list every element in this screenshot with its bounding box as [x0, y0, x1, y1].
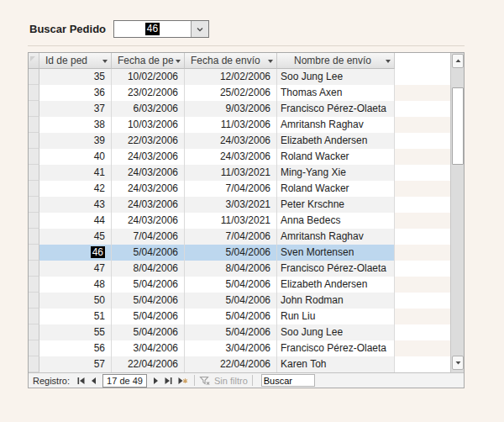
cell-nombre-envio[interactable]: Anna Bedecs: [277, 213, 395, 229]
cell-id[interactable]: 41: [39, 165, 112, 181]
cell-nombre-envio[interactable]: Sven Mortensen: [277, 245, 395, 261]
cell-fecha-envio[interactable]: 12/02/2006: [185, 69, 277, 85]
sort-dropdown-icon[interactable]: [102, 60, 108, 63]
new-record-button[interactable]: [175, 375, 190, 387]
sort-dropdown-icon[interactable]: [386, 60, 391, 63]
cell-fecha-envio[interactable]: 5/04/2006: [185, 309, 277, 324]
cell-id[interactable]: 36: [39, 85, 112, 101]
combo-dropdown-button[interactable]: [191, 21, 208, 37]
cell-fecha-envio[interactable]: 11/03/2021: [185, 165, 277, 181]
row-selector[interactable]: [29, 309, 39, 324]
first-record-button[interactable]: [75, 375, 87, 387]
cell-fecha-envio[interactable]: 9/03/2006: [185, 101, 277, 117]
next-record-button[interactable]: [150, 375, 162, 387]
row-selector[interactable]: [29, 293, 39, 309]
cell-id[interactable]: 46: [39, 245, 112, 261]
cell-fecha-pedido[interactable]: 5/04/2006: [112, 293, 185, 309]
cell-nombre-envio[interactable]: Francisco Pérez-Olaeta: [277, 261, 395, 277]
cell-fecha-envio[interactable]: 5/04/2006: [185, 277, 277, 293]
select-all-corner[interactable]: [29, 53, 39, 69]
cell-nombre-envio[interactable]: Run Liu: [277, 309, 395, 324]
cell-nombre-envio[interactable]: Elizabeth Andersen: [277, 277, 395, 293]
row-selector[interactable]: [29, 117, 39, 133]
column-header-nombre[interactable]: Nombre de envío: [277, 53, 395, 69]
cell-fecha-envio[interactable]: 11/03/2021: [185, 213, 277, 229]
cell-id[interactable]: 55: [39, 324, 112, 340]
cell-fecha-pedido[interactable]: 22/04/2006: [112, 356, 185, 372]
cell-id[interactable]: 51: [39, 309, 112, 324]
cell-fecha-envio[interactable]: 3/03/2021: [185, 197, 277, 213]
cell-id[interactable]: 50: [39, 293, 112, 309]
row-selector[interactable]: [29, 245, 39, 261]
cell-fecha-pedido[interactable]: 24/03/2006: [112, 197, 185, 213]
column-header-fecha_pedido[interactable]: Fecha de pe: [112, 53, 185, 69]
cell-fecha-envio[interactable]: 7/04/2006: [185, 229, 277, 245]
cell-fecha-pedido[interactable]: 3/04/2006: [112, 340, 185, 356]
previous-record-button[interactable]: [87, 375, 100, 387]
cell-id[interactable]: 47: [39, 261, 112, 277]
cell-fecha-pedido[interactable]: 8/04/2006: [112, 261, 185, 277]
row-selector[interactable]: [29, 356, 39, 372]
cell-fecha-pedido[interactable]: 24/03/2006: [112, 149, 185, 165]
cell-id[interactable]: 38: [39, 117, 112, 133]
combo-value-area[interactable]: 46: [114, 21, 191, 37]
cell-nombre-envio[interactable]: Soo Jung Lee: [277, 324, 395, 340]
cell-fecha-envio[interactable]: 24/03/2006: [185, 133, 277, 149]
cell-fecha-envio[interactable]: 11/03/2006: [185, 117, 277, 133]
cell-fecha-pedido[interactable]: 5/04/2006: [112, 277, 185, 293]
cell-nombre-envio[interactable]: Amritansh Raghav: [277, 117, 395, 133]
scroll-down-button[interactable]: [452, 356, 464, 370]
cell-fecha-envio[interactable]: 5/04/2006: [185, 324, 277, 340]
cell-id[interactable]: 40: [39, 149, 112, 165]
row-selector[interactable]: [29, 197, 39, 213]
row-selector[interactable]: [29, 229, 39, 245]
cell-nombre-envio[interactable]: Thomas Axen: [277, 85, 395, 101]
row-selector[interactable]: [29, 133, 39, 149]
cell-id[interactable]: 44: [39, 213, 112, 229]
row-selector[interactable]: [29, 213, 39, 229]
cell-id[interactable]: 48: [39, 277, 112, 293]
cell-nombre-envio[interactable]: Francisco Pérez-Olaeta: [277, 101, 395, 117]
row-selector[interactable]: [29, 324, 39, 340]
cell-nombre-envio[interactable]: Karen Toh: [277, 356, 395, 372]
cell-id[interactable]: 43: [39, 197, 112, 213]
cell-id[interactable]: 42: [39, 181, 112, 197]
row-selector[interactable]: [29, 340, 39, 356]
cell-fecha-pedido[interactable]: 23/02/2006: [112, 85, 185, 101]
cell-fecha-pedido[interactable]: 5/04/2006: [112, 309, 185, 324]
cell-fecha-envio[interactable]: 5/04/2006: [185, 293, 277, 309]
cell-id[interactable]: 37: [39, 101, 112, 117]
sort-dropdown-icon[interactable]: [268, 60, 273, 63]
cell-nombre-envio[interactable]: Roland Wacker: [277, 181, 395, 197]
row-selector[interactable]: [29, 85, 39, 101]
cell-id[interactable]: 56: [39, 340, 112, 356]
row-selector[interactable]: [29, 149, 39, 165]
cell-id[interactable]: 45: [39, 229, 112, 245]
scroll-up-button[interactable]: [452, 54, 464, 68]
cell-fecha-envio[interactable]: 7/04/2006: [185, 181, 277, 197]
cell-nombre-envio[interactable]: Francisco Pérez-Olaeta: [277, 340, 395, 356]
record-search-input[interactable]: [261, 374, 315, 387]
filter-toggle[interactable]: Sin filtro: [199, 376, 248, 386]
cell-nombre-envio[interactable]: Elizabeth Andersen: [277, 133, 395, 149]
last-record-button[interactable]: [162, 375, 175, 387]
cell-fecha-envio[interactable]: 8/04/2006: [185, 261, 277, 277]
scrollbar-thumb[interactable]: [452, 87, 464, 165]
buscar-pedido-combobox[interactable]: 46: [113, 20, 209, 38]
column-header-fecha_envio[interactable]: Fecha de envío: [185, 53, 277, 69]
cell-fecha-envio[interactable]: 5/04/2006: [185, 245, 277, 261]
cell-id[interactable]: 35: [39, 69, 112, 85]
cell-fecha-envio[interactable]: 22/04/2006: [185, 356, 277, 372]
cell-fecha-pedido[interactable]: 24/03/2006: [112, 181, 185, 197]
cell-fecha-pedido[interactable]: 22/03/2006: [112, 133, 185, 149]
cell-fecha-pedido[interactable]: 10/03/2006: [112, 117, 185, 133]
column-header-id[interactable]: Id de ped: [39, 53, 112, 69]
vertical-scrollbar[interactable]: [450, 53, 464, 372]
cell-fecha-pedido[interactable]: 10/02/2006: [112, 69, 185, 85]
cell-nombre-envio[interactable]: Soo Jung Lee: [277, 69, 395, 85]
cell-nombre-envio[interactable]: John Rodman: [277, 293, 395, 309]
cell-nombre-envio[interactable]: Peter Krschne: [277, 197, 395, 213]
cell-fecha-pedido[interactable]: 24/03/2006: [112, 165, 185, 181]
cell-nombre-envio[interactable]: Roland Wacker: [277, 149, 395, 165]
record-counter-box[interactable]: 17 de 49: [102, 374, 147, 388]
